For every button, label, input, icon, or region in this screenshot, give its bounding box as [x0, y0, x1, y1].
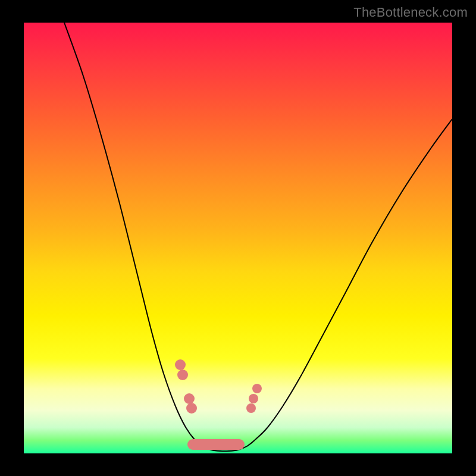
chart-frame: TheBottleneck.com: [0, 0, 476, 476]
marker-left-dot-2: [184, 393, 195, 404]
marker-right-dot-0: [246, 403, 256, 413]
watermark-text: TheBottleneck.com: [353, 5, 468, 20]
marker-bottom-bar: [187, 439, 245, 450]
marker-right-dot-1: [249, 394, 258, 403]
marker-left-dot-3: [186, 403, 197, 414]
curve-svg: [24, 23, 452, 453]
marker-right-dot-2: [252, 384, 262, 393]
marker-layer: [175, 359, 262, 450]
plot-area: [24, 23, 452, 453]
marker-left-dot-1: [177, 369, 188, 380]
marker-left-dot-0: [175, 359, 186, 370]
